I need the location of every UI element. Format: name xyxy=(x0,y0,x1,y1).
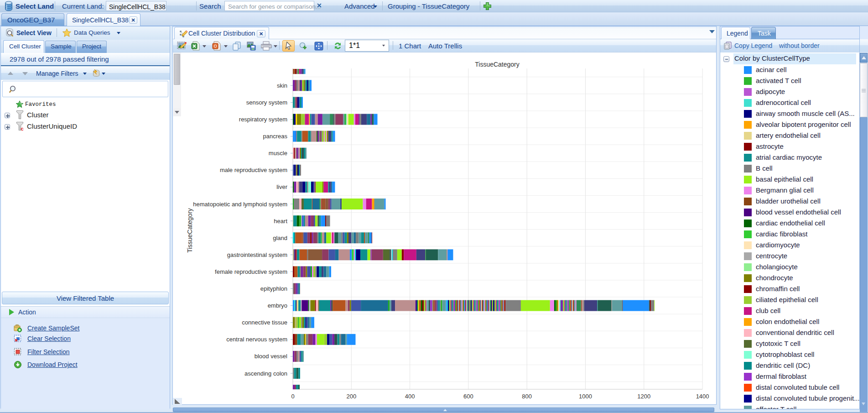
svg-text:hematopoietic and lymphoid sys: hematopoietic and lymphoid system xyxy=(193,201,287,208)
svg-text:liver: liver xyxy=(276,183,288,190)
svg-text:sensory system: sensory system xyxy=(246,99,287,106)
svg-text:TissueCategory: TissueCategory xyxy=(186,208,193,253)
svg-text:400: 400 xyxy=(405,393,415,400)
svg-text:connective tissue: connective tissue xyxy=(242,319,287,326)
svg-text:c: c xyxy=(21,126,24,131)
svg-text:0: 0 xyxy=(291,393,294,400)
svg-text:blood vessel: blood vessel xyxy=(255,353,287,360)
svg-text:1200: 1200 xyxy=(637,393,650,400)
svg-text:male reproductive system: male reproductive system xyxy=(220,167,287,173)
svg-text:800: 800 xyxy=(522,393,532,400)
svg-text:gland: gland xyxy=(273,235,287,241)
svg-text:pancreas: pancreas xyxy=(263,133,288,140)
svg-text:1000: 1000 xyxy=(579,393,592,400)
svg-text:embryo: embryo xyxy=(268,302,287,309)
svg-text:ascending colon: ascending colon xyxy=(244,370,287,377)
svg-text:muscle: muscle xyxy=(269,150,287,157)
svg-text:TissueCategory: TissueCategory xyxy=(475,61,520,68)
svg-text:1400: 1400 xyxy=(696,393,709,400)
svg-text:skin: skin xyxy=(277,82,287,89)
svg-text:200: 200 xyxy=(346,393,356,400)
svg-text:600: 600 xyxy=(463,393,473,400)
svg-text:respiratory system: respiratory system xyxy=(239,116,287,123)
svg-text:gastrointestinal system: gastrointestinal system xyxy=(227,251,287,258)
svg-text:epityphlon: epityphlon xyxy=(260,285,287,292)
svg-text:central nervous system: central nervous system xyxy=(226,336,287,343)
svg-text:heart: heart xyxy=(274,218,287,225)
svg-text:female reproductive system: female reproductive system xyxy=(215,268,287,275)
